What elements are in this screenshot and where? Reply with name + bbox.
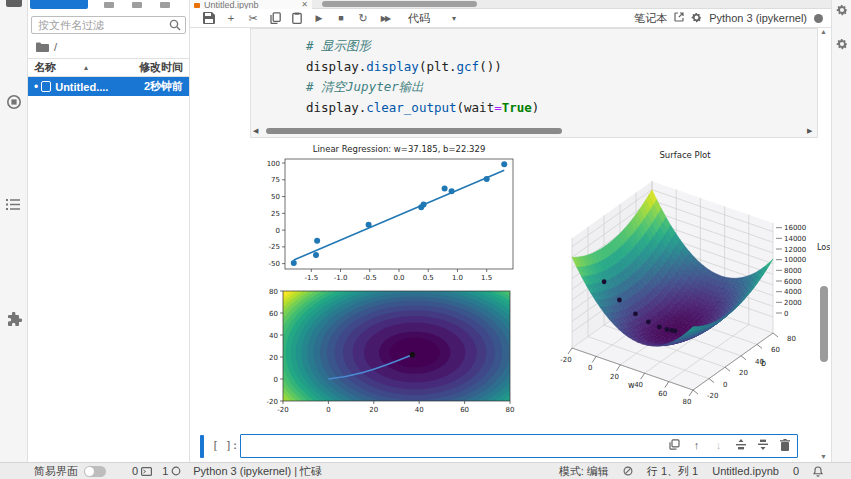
svg-text:2000: 2000 bbox=[784, 299, 802, 307]
svg-text:w: w bbox=[628, 381, 635, 390]
simple-mode-label: 简易界面 bbox=[34, 464, 78, 479]
svg-text:0: 0 bbox=[588, 364, 592, 372]
running-kernels-icon[interactable] bbox=[5, 93, 22, 110]
editor-mode[interactable]: 模式: 编辑 bbox=[559, 464, 609, 479]
scrollbar-thumb[interactable] bbox=[266, 128, 562, 134]
scrollbar-thumb[interactable] bbox=[820, 286, 828, 362]
svg-text:-20: -20 bbox=[707, 392, 718, 400]
bell-icon[interactable] bbox=[813, 466, 823, 477]
tab-title: Untitled.ipynb bbox=[204, 1, 259, 9]
svg-text:80: 80 bbox=[683, 398, 692, 406]
property-inspector-gear-icon[interactable] bbox=[836, 2, 848, 20]
cell-horizontal-scrollbar[interactable]: ◀ ▶ bbox=[253, 126, 815, 135]
svg-text:-25: -25 bbox=[269, 243, 280, 251]
search-icon bbox=[169, 19, 181, 31]
scroll-right-icon[interactable]: ▶ bbox=[807, 127, 815, 135]
notebook-file-icon bbox=[41, 81, 51, 92]
kernel-status[interactable]: Python 3 (ipykernel) | 忙碌 bbox=[193, 464, 322, 479]
folder-icon[interactable] bbox=[6, 0, 22, 7]
svg-text:6000: 6000 bbox=[784, 278, 802, 286]
kernels-count[interactable]: 1 bbox=[162, 465, 168, 477]
move-cell-up-icon[interactable]: ↑ bbox=[690, 438, 703, 451]
breadcrumb[interactable]: / bbox=[28, 34, 189, 58]
main-area: / 名称 ▴ 修改时间 • Untitled.... 2秒钟前 Untitled… bbox=[0, 0, 851, 462]
copy-cells-button[interactable] bbox=[264, 10, 286, 26]
cell-prompt: [ ]: bbox=[212, 439, 239, 452]
new-folder-icon[interactable] bbox=[104, 2, 114, 8]
file-row-selected[interactable]: • Untitled.... 2秒钟前 bbox=[28, 77, 189, 96]
chevron-down-icon: ▾ bbox=[452, 14, 456, 23]
svg-text:20: 20 bbox=[369, 406, 378, 414]
scroll-left-icon[interactable]: ◀ bbox=[253, 127, 261, 135]
interrupt-kernel-button[interactable]: ■ bbox=[330, 10, 352, 26]
delete-cell-icon[interactable] bbox=[778, 438, 791, 451]
column-modified-label[interactable]: 修改时间 bbox=[139, 60, 183, 75]
svg-text:4000: 4000 bbox=[784, 288, 802, 296]
svg-text:-1.0: -1.0 bbox=[334, 274, 348, 282]
refresh-icon[interactable] bbox=[160, 2, 170, 8]
kernel-settings-gear-icon[interactable] bbox=[691, 12, 702, 25]
file-search-input[interactable] bbox=[31, 16, 186, 34]
scroll-up-icon[interactable]: ▲ bbox=[820, 28, 827, 35]
svg-text:20: 20 bbox=[269, 354, 278, 362]
duplicate-cell-icon[interactable] bbox=[668, 438, 681, 451]
svg-text:b: b bbox=[761, 359, 766, 368]
cell-input-editor[interactable]: ↑ ↓ bbox=[240, 434, 798, 458]
tab-close-icon[interactable]: ✕ bbox=[301, 1, 308, 9]
status-bar: 简易界面 0 1 Python 3 (ipykernel) | 忙碌 模式: 编… bbox=[0, 462, 851, 479]
file-browser-toolbar bbox=[28, 0, 189, 10]
cell-type-dropdown[interactable]: 代码 ▾ bbox=[408, 11, 456, 26]
notebook-tab[interactable]: Untitled.ipynb ✕ bbox=[190, 0, 312, 9]
svg-text:Surface Plot: Surface Plot bbox=[659, 150, 711, 160]
svg-text:1.5: 1.5 bbox=[481, 274, 492, 282]
restart-kernel-button[interactable]: ↻ bbox=[352, 10, 374, 26]
notifications-count[interactable]: 0 bbox=[793, 465, 799, 477]
svg-text:100: 100 bbox=[267, 160, 280, 168]
svg-text:10000: 10000 bbox=[784, 256, 806, 264]
restart-run-all-button[interactable]: ▶▶ bbox=[374, 10, 396, 26]
add-cell-button[interactable]: + bbox=[220, 10, 242, 26]
kernel-name[interactable]: Python 3 (ipykernel) bbox=[709, 12, 807, 24]
insert-cell-above-icon[interactable] bbox=[734, 438, 747, 451]
terminals-count[interactable]: 0 bbox=[132, 465, 138, 477]
paste-cells-button[interactable] bbox=[286, 10, 308, 26]
svg-text:60: 60 bbox=[460, 406, 469, 414]
svg-text:60: 60 bbox=[771, 346, 780, 354]
svg-text:40: 40 bbox=[634, 381, 643, 389]
activity-bar bbox=[0, 0, 28, 462]
file-browser-panel: / 名称 ▴ 修改时间 • Untitled.... 2秒钟前 bbox=[28, 0, 190, 462]
cell-collapser[interactable] bbox=[200, 435, 204, 458]
code-cell[interactable]: # 显示图形display.display(plt.gcf())# 清空Jupy… bbox=[250, 28, 818, 138]
notebook-vertical-scrollbar[interactable]: ▲ ▼ bbox=[818, 28, 830, 460]
column-name-label[interactable]: 名称 bbox=[34, 60, 56, 75]
extension-manager-icon[interactable] bbox=[5, 311, 22, 328]
svg-text:0: 0 bbox=[326, 406, 330, 414]
svg-text:60: 60 bbox=[658, 390, 667, 398]
file-list-header[interactable]: 名称 ▴ 修改时间 bbox=[28, 58, 189, 77]
contour-figure: -20020406080-20020406080 bbox=[255, 284, 520, 426]
table-of-contents-icon[interactable] bbox=[5, 196, 22, 213]
svg-text:50: 50 bbox=[271, 193, 280, 201]
simple-mode-toggle[interactable] bbox=[84, 466, 106, 477]
svg-text:0.0: 0.0 bbox=[393, 274, 404, 282]
scroll-down-icon[interactable]: ▼ bbox=[820, 453, 827, 460]
cursor-position[interactable]: 行 1、列 1 bbox=[647, 464, 698, 479]
save-button[interactable] bbox=[198, 10, 220, 26]
svg-text:20: 20 bbox=[739, 369, 748, 377]
empty-code-cell: [ ]: ↑ ↓ bbox=[198, 434, 811, 460]
insert-cell-below-icon[interactable] bbox=[756, 438, 769, 451]
upload-icon[interactable] bbox=[132, 2, 142, 8]
linear-regression-figure: -1.5-1.0-0.50.00.51.01.5-50-250255075100… bbox=[255, 142, 520, 285]
svg-text:8000: 8000 bbox=[784, 267, 802, 275]
code-editor[interactable]: # 显示图形display.display(plt.gcf())# 清空Jupy… bbox=[251, 29, 817, 118]
new-launcher-button[interactable] bbox=[30, 0, 88, 9]
svg-text:-20: -20 bbox=[560, 356, 571, 364]
move-cell-down-icon[interactable]: ↓ bbox=[712, 438, 725, 451]
cut-cells-button[interactable]: ✂ bbox=[242, 10, 264, 26]
external-link-icon[interactable] bbox=[674, 12, 684, 24]
sort-caret-icon: ▴ bbox=[84, 63, 88, 72]
run-cell-button[interactable]: ▶ bbox=[308, 10, 330, 26]
breadcrumb-root: / bbox=[54, 41, 57, 53]
debugger-gear-icon[interactable] bbox=[836, 36, 848, 54]
jupyterlab-window: / 名称 ▴ 修改时间 • Untitled.... 2秒钟前 Untitled… bbox=[0, 0, 851, 479]
